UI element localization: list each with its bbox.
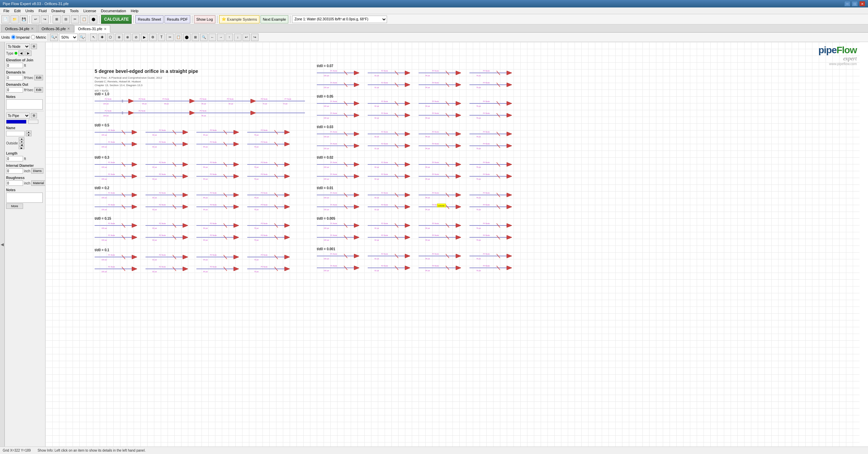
material-btn[interactable]: Material: [31, 180, 45, 186]
pipe-row-1: P1 Node100 psiP2 Node92 psiP3 Node84 psi…: [317, 234, 512, 241]
demands-in-edit-btn[interactable]: Edit: [34, 75, 43, 80]
menu-tools[interactable]: Tools: [68, 8, 81, 14]
canvas-area[interactable]: p ipe Flow expert www.pipeflow.com 5 deg…: [45, 42, 868, 447]
draw-tool-6[interactable]: ⊘: [132, 34, 140, 41]
elevation-input[interactable]: [6, 63, 23, 68]
pipe-length-input[interactable]: [6, 156, 23, 161]
draw-tool-17[interactable]: ↑: [226, 34, 233, 41]
imperial-radio-label[interactable]: Imperial: [11, 35, 30, 39]
close-tab-34[interactable]: ✕: [31, 27, 34, 31]
draw-tool-13[interactable]: ⊞: [192, 34, 199, 41]
redo-t2-btn[interactable]: ↪: [251, 34, 258, 41]
pipe-select[interactable]: To Pipe: [6, 113, 30, 119]
type-btn-2[interactable]: ▶: [25, 51, 32, 56]
pipe-settings-btn[interactable]: ⚙: [31, 113, 37, 118]
draw-tool-2[interactable]: ✚: [98, 34, 106, 41]
section-label-t_d0___0_03: t/d0 = 0.03: [317, 125, 333, 129]
results-pdf-button[interactable]: Results PDF: [165, 15, 190, 23]
maximize-button[interactable]: □: [852, 1, 858, 6]
zoom-out-btn[interactable]: 🔍-: [79, 34, 86, 41]
tool-btn-3[interactable]: ✂: [71, 15, 79, 23]
menu-license[interactable]: License: [81, 8, 98, 14]
pipe-row-0: P1 Node100 psiP2 Node92 psiP3 Node84 psi…: [95, 222, 290, 229]
draw-tool-18[interactable]: ↓: [234, 34, 242, 41]
draw-tool-12[interactable]: ⬤: [183, 34, 191, 41]
draw-tool-7[interactable]: ▶: [141, 34, 148, 41]
draw-tool-14[interactable]: 🔍: [200, 34, 208, 41]
close-tab-36[interactable]: ✕: [67, 27, 70, 31]
save-button[interactable]: 💾: [20, 15, 28, 23]
undo-t2-btn[interactable]: ↩: [243, 34, 250, 41]
results-sheet-button[interactable]: Results Sheet: [135, 15, 163, 23]
demands-out-edit-btn[interactable]: Edit: [34, 87, 43, 93]
tab-orifices-36[interactable]: Orifices-36.pfe ✕: [38, 25, 74, 32]
svg-marker-322: [354, 132, 359, 136]
close-button[interactable]: ✕: [859, 1, 865, 6]
show-log-button[interactable]: Show Log: [194, 15, 215, 23]
svg-text:92 psi: 92 psi: [152, 209, 157, 211]
svg-text:P4 Node: P4 Node: [261, 192, 268, 194]
imperial-radio[interactable]: [11, 35, 16, 39]
svg-text:P3 Node: P3 Node: [432, 112, 439, 114]
node-select[interactable]: To Node: [6, 43, 30, 50]
fluid-zone-select[interactable]: Zone 1: Water (62.303105 lb/ft³ at 0.0ps…: [292, 16, 387, 23]
draw-tool-4[interactable]: ⊕: [115, 34, 123, 41]
tab-orifices-34[interactable]: Orifices-34.pfe ✕: [1, 25, 37, 32]
tool-btn-1[interactable]: ⊞: [53, 15, 61, 23]
redo-button[interactable]: ↪: [41, 15, 49, 23]
draw-tool-9[interactable]: T: [158, 34, 165, 41]
outside-dn-btn[interactable]: ▼: [19, 140, 24, 143]
zoom-select[interactable]: 50% 75% 100%: [59, 34, 78, 41]
diams-btn[interactable]: Diams: [31, 168, 43, 174]
example-systems-button[interactable]: ⭐ Example Systems: [219, 15, 259, 23]
internal-dia-input[interactable]: [6, 168, 23, 174]
outside-up-btn[interactable]: ▲: [19, 137, 24, 140]
pipe-up-btn[interactable]: ▲: [26, 131, 32, 133]
next-example-button[interactable]: Next Example: [261, 15, 288, 23]
menu-file[interactable]: File: [1, 8, 12, 14]
demands-in-input[interactable]: [6, 75, 23, 80]
node-notes-textarea[interactable]: [6, 99, 43, 110]
undo-button[interactable]: ↩: [32, 15, 40, 23]
draw-tool-16[interactable]: →: [217, 34, 225, 41]
demands-out-input[interactable]: [6, 87, 23, 93]
menu-drawing[interactable]: Drawing: [50, 8, 67, 14]
draw-tool-15[interactable]: ←: [209, 34, 216, 41]
draw-tool-11[interactable]: 📋: [175, 34, 182, 41]
draw-tool-8[interactable]: ⚙: [149, 34, 157, 41]
menu-units[interactable]: Units: [23, 8, 36, 14]
menu-fluid[interactable]: Fluid: [37, 8, 49, 14]
draw-tool-3[interactable]: ⬡: [107, 34, 114, 41]
node-settings-btn[interactable]: ⚙: [31, 44, 37, 49]
new-button[interactable]: 📄: [1, 15, 9, 23]
svg-text:P1 Node: P1 Node: [108, 254, 115, 256]
menu-edit[interactable]: Edit: [12, 8, 23, 14]
close-tab-31[interactable]: ✕: [104, 27, 107, 31]
minimize-button[interactable]: ─: [844, 1, 850, 6]
pipe-name-input[interactable]: [6, 131, 25, 136]
draw-tool-10[interactable]: ✂: [166, 34, 174, 41]
metric-radio-label[interactable]: Metric: [31, 35, 46, 39]
roughness-input[interactable]: [6, 180, 23, 186]
more-btn[interactable]: More: [6, 203, 23, 209]
outside-r-btn[interactable]: ▶: [19, 146, 24, 149]
draw-tool-1[interactable]: ↖: [90, 34, 97, 41]
calculate-button[interactable]: CALCULATE: [101, 15, 132, 24]
panel-collapse-button[interactable]: ◀: [0, 42, 5, 447]
pipe-dn-btn[interactable]: ▼: [26, 134, 32, 136]
pipe-notes-textarea[interactable]: [6, 193, 43, 203]
pipe-name-label: Name: [6, 126, 44, 130]
tool-btn-2[interactable]: ⊟: [62, 15, 70, 23]
draw-tool-5[interactable]: ⊗: [124, 34, 131, 41]
tab-orifices-31[interactable]: Orifices-31.pfe ✕: [74, 25, 110, 33]
outside-l-btn[interactable]: ◀: [19, 143, 24, 146]
open-button[interactable]: 📁: [11, 15, 19, 23]
menu-help[interactable]: Help: [129, 8, 141, 14]
tool-btn-5[interactable]: ⬤: [89, 15, 97, 23]
type-btn-1[interactable]: ◀: [18, 51, 24, 56]
menu-documentation[interactable]: Documentation: [99, 8, 128, 14]
metric-radio[interactable]: [31, 35, 35, 39]
tool-btn-4[interactable]: 📋: [80, 15, 88, 23]
svg-marker-157: [285, 205, 290, 209]
zoom-in-btn[interactable]: 🔍+: [50, 34, 58, 41]
